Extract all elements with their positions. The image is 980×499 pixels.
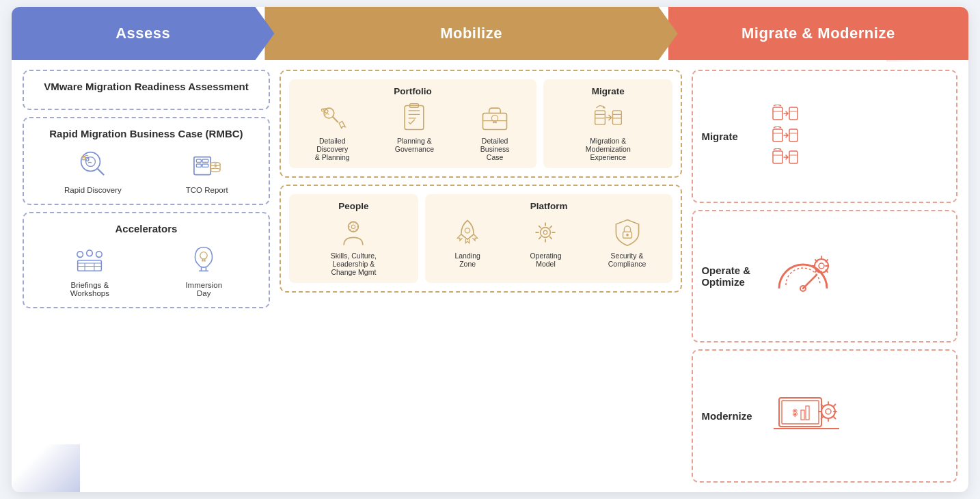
svg-point-80 <box>826 409 831 414</box>
svg-rect-75 <box>782 401 819 424</box>
immersion-icon <box>186 241 221 277</box>
svg-rect-68 <box>789 151 798 163</box>
svg-rect-64 <box>789 129 798 141</box>
tco-report-label: TCO Report <box>186 186 228 194</box>
detailed-biz-icon <box>479 102 511 133</box>
assess-label: Assess <box>115 25 170 42</box>
operating-model-label: OperatingModel <box>530 252 561 268</box>
svg-rect-58 <box>773 107 782 120</box>
portfolio-migrate-sections: Portfolio <box>289 79 673 168</box>
header-assess: Assess <box>12 7 274 60</box>
svg-rect-7 <box>202 159 208 162</box>
detailed-biz-item: DetailedBusinessCase <box>479 102 511 161</box>
svg-line-31 <box>333 117 338 122</box>
people-label: People <box>295 201 413 211</box>
migrate-card-icons <box>772 105 798 167</box>
tco-report-item: $ TCO Report <box>186 146 228 194</box>
svg-point-53 <box>465 228 469 233</box>
portfolio-migrate-outer: Portfolio <box>280 70 683 178</box>
migrate-modernize-label: Migrate & Modernize <box>741 25 895 42</box>
detailed-discovery-label: DetailedDiscovery& Planning <box>315 137 350 161</box>
svg-rect-74 <box>779 398 821 427</box>
modernize-card-label: Modernize <box>701 410 763 422</box>
content-row: VMware Migration Readiness Assessment Ra… <box>12 60 968 492</box>
skills-icon <box>338 217 369 248</box>
security-label: Security &Compliance <box>608 252 646 268</box>
rapid-discovery-label: Rapid Discovery <box>64 186 122 194</box>
operate-icon <box>772 251 834 299</box>
operate-card-icon <box>772 251 834 301</box>
svg-point-79 <box>821 405 835 418</box>
svg-rect-77 <box>801 410 804 420</box>
svg-point-32 <box>325 110 329 113</box>
svg-rect-78 <box>806 406 809 420</box>
platform-items: LandingZone OperatingModel <box>431 217 667 268</box>
vmware-assessment-card: VMware Migration Readiness Assessment <box>23 70 270 110</box>
detailed-biz-label: DetailedBusinessCase <box>480 137 510 161</box>
svg-point-1 <box>85 157 95 167</box>
svg-text:$: $ <box>793 408 798 418</box>
svg-point-17 <box>96 252 103 258</box>
migrate-icon-2 <box>772 126 798 146</box>
operating-model-icon <box>530 217 561 248</box>
detailed-discovery-item: DetailedDiscovery& Planning <box>315 102 350 161</box>
briefings-item: Briefings &Workshops <box>70 241 109 297</box>
migrate-items: Migration &ModernizationExperience <box>549 102 667 161</box>
svg-point-16 <box>87 250 93 256</box>
rmbc-icons-row: Rapid Discovery <box>32 146 260 194</box>
security-item: Security &Compliance <box>608 217 646 268</box>
svg-rect-60 <box>789 107 798 120</box>
landing-zone-label: LandingZone <box>454 252 480 268</box>
svg-rect-48 <box>612 111 621 124</box>
svg-text:$: $ <box>214 163 217 168</box>
svg-point-55 <box>544 230 548 234</box>
planning-governance-label: Planning &Governance <box>395 137 434 153</box>
briefings-icon <box>72 241 107 277</box>
mobilize-column: Portfolio <box>280 70 683 483</box>
operate-card-label: Operate &Optimize <box>701 265 763 288</box>
svg-point-52 <box>352 225 356 229</box>
svg-point-15 <box>77 252 83 258</box>
svg-rect-34 <box>405 106 424 130</box>
operating-model-item: OperatingModel <box>530 217 561 268</box>
svg-point-54 <box>541 228 551 238</box>
migration-exp-item: Migration &ModernizationExperience <box>586 102 631 161</box>
accelerators-icons-row: Briefings &Workshops <box>32 241 260 297</box>
header-mobilize: Mobilize <box>264 7 677 60</box>
svg-point-13 <box>210 168 220 172</box>
svg-rect-9 <box>196 164 201 167</box>
modernize-card-icon: $ <box>772 391 841 442</box>
immersion-item: ImmersionDay <box>185 241 222 297</box>
svg-point-73 <box>819 263 824 269</box>
portfolio-section: Portfolio <box>289 79 536 168</box>
modernize-icon: $ <box>772 391 841 439</box>
security-icon <box>612 217 643 248</box>
portfolio-items: DetailedDiscovery& Planning <box>295 102 531 161</box>
migrate-icon-3 <box>772 148 798 167</box>
page-wrapper: Assess Mobilize Migrate & Modernize VMwa… <box>12 7 968 492</box>
svg-point-23 <box>200 252 207 259</box>
migrate-card: Migrate <box>692 70 957 203</box>
people-platform-outer: People S <box>280 185 683 293</box>
migration-exp-label: Migration &ModernizationExperience <box>586 137 631 161</box>
svg-rect-6 <box>196 159 201 162</box>
rapid-discovery-item: Rapid Discovery <box>64 146 122 194</box>
header-migrate-modernize: Migrate & Modernize <box>668 7 968 60</box>
people-items: Skills, Culture,Leadership &Change Mgmt <box>295 217 413 276</box>
migrate-section-label: Migrate <box>549 86 667 96</box>
briefings-label: Briefings &Workshops <box>70 281 109 297</box>
people-platform-sections: People S <box>289 194 673 283</box>
planning-governance-icon <box>398 102 430 133</box>
svg-point-57 <box>626 234 629 237</box>
mobilize-label: Mobilize <box>440 25 502 42</box>
header-row: Assess Mobilize Migrate & Modernize <box>12 7 968 60</box>
migrate-icon-1 <box>772 105 798 124</box>
svg-rect-45 <box>595 111 605 124</box>
platform-section: Platform <box>425 194 672 283</box>
migration-exp-icon <box>593 102 624 133</box>
accelerators-title: Accelerators <box>32 223 260 234</box>
rmbc-title: Rapid Migration Business Case (RMBC) <box>32 128 260 139</box>
migrate-section: Migrate <box>543 79 672 168</box>
svg-line-2 <box>98 169 104 175</box>
migrate-icon-row-3 <box>772 148 798 167</box>
